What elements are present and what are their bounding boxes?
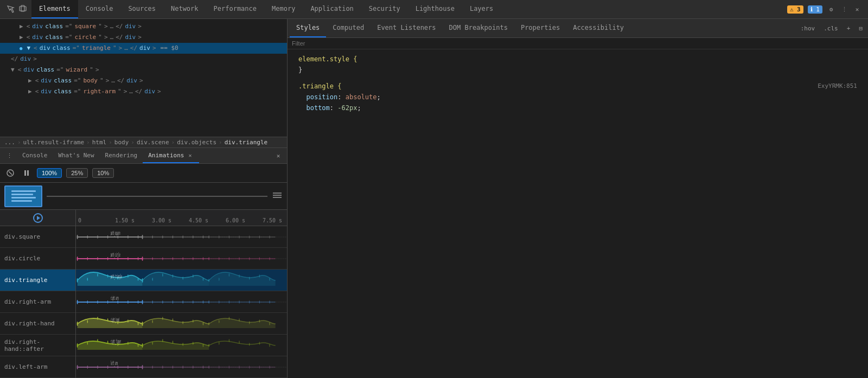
animations-menu-icon[interactable] [272,191,283,201]
bc-iframe[interactable]: ult.result-iframe [23,139,85,146]
timeline-ruler[interactable]: 0 1.50 s 3.00 s 4.50 s 6.00 s 7.50 s 9.0… [76,210,287,226]
label-div-right-arm[interactable]: div.right-arm [0,291,75,313]
anim-stop-button[interactable] [4,167,16,179]
tab-elements[interactable]: Elements [31,0,78,18]
svg-point-30 [239,235,240,239]
svg-point-136 [127,342,129,345]
svg-point-72 [182,277,183,280]
timeline-play-header[interactable] [0,210,75,226]
warning-badge: ⚠ 3 [787,5,803,14]
device-icon[interactable] [18,5,27,14]
tab-console[interactable]: Console [78,0,121,18]
panel-close-button[interactable]: ✕ [272,149,285,162]
svg-point-40 [107,257,108,260]
styles-tab-computed[interactable]: Computed [326,19,371,37]
label-div-right-hand[interactable]: div.right-hand [0,313,75,335]
svg-point-137 [138,344,139,347]
dom-line-triangle[interactable]: ● ▼ <div class="triangle"> …</div> == $0 [0,43,287,54]
bc-html[interactable]: html [92,139,107,146]
svg-point-126 [239,318,240,322]
styles-tab-event-listeners[interactable]: Event Listeners [371,19,442,37]
styles-tab-dom-breakpoints[interactable]: DOM Breakpoints [443,19,514,37]
svg-point-32 [259,235,260,239]
styles-tab-accessibility[interactable]: Accessibility [566,19,630,37]
timeline-play-button[interactable] [33,213,43,223]
filter-input[interactable] [292,40,864,47]
svg-rect-5 [27,170,29,176]
svg-point-88 [107,300,108,304]
styles-tab-styles[interactable]: Styles [290,19,326,37]
styles-tab-properties[interactable]: Properties [514,19,566,37]
svg-point-172 [219,366,220,369]
svg-point-167 [182,366,183,369]
tab-console-bottom[interactable]: Console [17,148,53,163]
tab-sources[interactable]: Sources [120,0,163,18]
svg-point-20 [152,235,153,239]
dom-line-body[interactable]: ▶ <div class="body"> …</div> [0,75,287,86]
bc-scene[interactable]: div.scene [137,139,169,146]
svg-point-22 [173,235,174,239]
label-div-left-arm[interactable]: div.left-arm [0,356,75,378]
element-style-rule: element.style { } [292,54,864,75]
expand-panel-button[interactable]: ⊟ [856,24,866,33]
timeline-tracks: 0 1.50 s 3.00 s 4.50 s 6.00 s 7.50 s 9.0… [76,210,287,378]
track-right-hand-after: right_finger [76,335,287,356]
svg-point-69 [152,278,153,281]
cls-button[interactable]: .cls [820,24,841,33]
svg-point-50 [193,257,194,260]
label-div-right-hand-after[interactable]: div.right-hand::after [0,335,75,356]
tab-rendering[interactable]: Rendering [100,148,143,163]
svg-point-174 [239,366,240,369]
inspect-icon[interactable] [7,5,15,14]
bc-body[interactable]: body [114,139,129,146]
svg-point-80 [259,274,260,278]
nav-icons [2,5,31,14]
tab-whats-new[interactable]: What's New [53,148,99,163]
bc-objects[interactable]: div.objects [177,139,216,146]
svg-point-169 [203,366,204,369]
speed-10-button[interactable]: 10% [92,168,114,178]
settings-icon[interactable]: ⚙ [827,5,835,14]
bc-triangle[interactable]: div.triangle [225,139,267,146]
label-div-circle[interactable]: div.circle [0,248,75,270]
animations-tab-close[interactable]: ✕ [186,151,194,159]
anim-pause-button[interactable] [21,167,33,179]
dom-line-square[interactable]: ▶ <div class="square"> …</div> [0,21,287,32]
svg-point-157 [97,366,98,369]
dom-tree: ▶ <div class="square"> …</div> ▶ <div cl… [0,19,287,137]
tab-layers[interactable]: Layers [462,0,501,18]
speed-25-button[interactable]: 25% [66,168,88,178]
styles-actions: :hov .cls + ⊟ [797,24,866,33]
tab-network[interactable]: Network [163,0,206,18]
svg-point-112 [107,318,108,322]
tab-animations[interactable]: Animations ✕ [143,148,199,163]
dom-line-circle[interactable]: ▶ <div class="circle"> …</div> [0,32,287,43]
tab-performance[interactable]: Performance [206,0,264,18]
tabs-more-icon[interactable]: ⋮ [2,152,17,159]
svg-point-111 [97,317,98,320]
label-div-square[interactable]: div.square [0,226,75,248]
tab-memory[interactable]: Memory [264,0,303,18]
tab-lighthouse[interactable]: Lighthouse [408,0,462,18]
tab-security[interactable]: Security [361,0,408,18]
close-devtools-icon[interactable]: ✕ [853,5,861,14]
svg-point-46 [152,257,153,260]
svg-point-119 [173,318,174,322]
dom-line-wizard[interactable]: ▼ <div class="wizard"> [0,65,287,75]
scrubber[interactable] [47,191,267,202]
filter-bar [288,38,868,49]
hov-button[interactable]: :hov [797,24,819,33]
svg-point-29 [229,235,230,239]
svg-point-173 [229,366,230,369]
more-icon[interactable]: ⋮ [840,5,848,14]
dom-line-right-arm[interactable]: ▶ <div class="right-arm"> …</div> [0,86,287,97]
svg-point-62 [87,278,88,281]
triangle-source[interactable]: ExyYRMK:851 [818,81,857,91]
svg-point-164 [152,366,153,369]
add-style-button[interactable]: + [844,24,854,33]
label-div-triangle[interactable]: div.triangle [0,270,75,291]
tab-application[interactable]: Application [303,0,361,18]
bc-ellipsis[interactable]: ... [4,139,15,146]
speed-100-button[interactable]: 100% [37,168,62,178]
element-style-selector: element.style { [292,54,864,65]
